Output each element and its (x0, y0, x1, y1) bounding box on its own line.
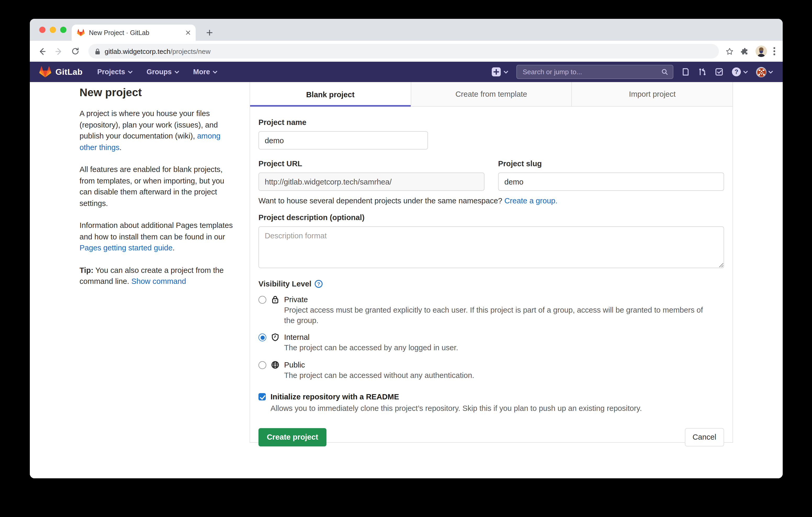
browser-window: New Project · GitLab (30, 19, 783, 478)
readme-label: Initialize repository with a README (270, 393, 399, 401)
internal-option-label: Internal (284, 333, 310, 341)
tab-create-from-template[interactable]: Create from template (410, 82, 571, 107)
gitlab-navbar: GitLab Projects Groups More (30, 62, 783, 82)
user-menu-button[interactable] (756, 67, 773, 77)
visibility-option-internal[interactable]: Internal The project can be accessed by … (258, 332, 724, 353)
browser-tab[interactable]: New Project · GitLab (72, 25, 196, 41)
sidebar-tip: Tip: You can also create a project from … (80, 265, 233, 287)
close-window-button[interactable] (39, 27, 46, 33)
visibility-level-label: Visibility Level ? (258, 280, 724, 288)
nav-item-more[interactable]: More (193, 68, 218, 76)
public-globe-icon (271, 360, 280, 369)
page-content: New project A project is where you house… (30, 82, 783, 478)
sidebar-paragraph: Information about additional Pages templ… (80, 220, 233, 254)
project-name-input[interactable] (258, 131, 428, 150)
nav-item-groups[interactable]: Groups (146, 68, 179, 76)
project-description-label: Project description (optional) (258, 213, 724, 222)
user-avatar (756, 67, 766, 77)
browser-profile-avatar[interactable] (755, 45, 767, 57)
search-box[interactable] (516, 65, 673, 79)
sidebar-paragraph: A project is where you house your files … (80, 108, 233, 153)
readme-row[interactable]: Initialize repository with a README Allo… (258, 392, 724, 414)
plus-square-icon (491, 66, 502, 78)
public-radio[interactable] (258, 361, 266, 369)
close-icon[interactable] (186, 30, 191, 35)
gitlab-logo-icon (39, 66, 51, 78)
project-slug-input[interactable] (498, 173, 724, 191)
visibility-option-private[interactable]: Private Project access must be granted e… (258, 295, 724, 326)
internal-option-desc: The project can be accessed by any logge… (284, 343, 458, 353)
kebab-menu-icon[interactable] (773, 47, 775, 55)
private-option-label: Private (284, 295, 308, 304)
back-icon[interactable] (35, 44, 49, 58)
new-tab-plus-icon[interactable] (202, 26, 216, 39)
cancel-button[interactable]: Cancel (685, 428, 724, 446)
search-input[interactable] (522, 67, 657, 76)
gitlab-nav-links: Projects Groups More (97, 68, 218, 76)
private-option-desc: Project access must be granted explicitl… (284, 305, 708, 326)
browser-toolbar: gitlab.widgetcorp.tech/projects/new (30, 41, 783, 62)
question-circle-icon[interactable]: ? (314, 280, 323, 288)
browser-toolbar-right (725, 45, 778, 57)
namespace-helper: Want to house several dependent projects… (258, 196, 724, 205)
sidebar-help-column: New project A project is where you house… (80, 86, 233, 298)
window-controls (39, 27, 66, 33)
extensions-puzzle-icon[interactable] (740, 47, 749, 56)
reload-icon[interactable] (68, 44, 82, 58)
minimize-window-button[interactable] (50, 27, 56, 33)
forward-icon[interactable] (52, 44, 65, 58)
svg-text:?: ? (317, 281, 320, 287)
todos-check-icon[interactable] (715, 67, 724, 76)
internal-radio[interactable] (258, 334, 266, 341)
nav-item-projects[interactable]: Projects (97, 68, 133, 76)
tab-blank-project[interactable]: Blank project (250, 82, 410, 107)
project-description-textarea[interactable] (258, 226, 724, 268)
project-url-label: Project URL (258, 159, 485, 168)
merge-request-icon[interactable] (698, 67, 707, 76)
zoom-window-button[interactable] (60, 27, 66, 33)
browser-tab-title: New Project · GitLab (89, 29, 181, 36)
create-group-link[interactable]: Create a group. (504, 196, 557, 205)
search-icon (661, 68, 668, 75)
visibility-option-public[interactable]: Public The project can be accessed witho… (258, 360, 724, 381)
star-icon[interactable] (725, 47, 734, 56)
form-footer: Create project Cancel (258, 428, 724, 446)
address-bar[interactable]: gitlab.widgetcorp.tech/projects/new (88, 44, 719, 59)
favicon-gitlab-icon (77, 29, 85, 37)
chevron-down-icon (768, 69, 773, 74)
gitlab-brand[interactable]: GitLab (39, 66, 83, 78)
screen: New Project · GitLab (0, 0, 812, 517)
lock-icon (95, 48, 100, 55)
chevron-down-icon (174, 69, 179, 74)
sidebar-paragraph: All features are enabled for blank proje… (80, 164, 233, 209)
chevron-down-icon (503, 69, 509, 74)
create-project-button[interactable]: Create project (258, 428, 326, 446)
private-lock-icon (271, 295, 280, 304)
public-option-label: Public (284, 360, 305, 369)
project-type-tabs: Blank project Create from template Impor… (250, 82, 732, 107)
new-project-panel: Blank project Create from template Impor… (250, 82, 733, 443)
readme-desc: Allows you to immediately clone this pro… (270, 403, 642, 414)
public-option-desc: The project can be accessed without any … (284, 370, 474, 381)
show-command-link[interactable]: Show command (131, 277, 186, 285)
project-name-label: Project name (258, 118, 724, 126)
svg-text:?: ? (734, 68, 738, 75)
brand-name: GitLab (55, 67, 83, 77)
gitlab-navbar-right: ? (491, 65, 773, 79)
chevron-down-icon (128, 69, 133, 74)
tab-import-project[interactable]: Import project (572, 82, 732, 107)
issues-icon[interactable] (681, 67, 690, 76)
readme-checkbox[interactable] (258, 393, 266, 400)
project-url-input[interactable] (258, 173, 485, 191)
blank-project-form: Project name Project URL Project slug Wa… (250, 107, 732, 446)
pages-guide-link[interactable]: Pages getting started guide (80, 244, 172, 252)
chevron-down-icon (743, 69, 748, 74)
help-menu-button[interactable]: ? (731, 67, 748, 77)
new-menu-button[interactable] (491, 66, 509, 78)
chevron-down-icon (213, 69, 218, 74)
internal-shield-icon (271, 333, 280, 341)
project-slug-label: Project slug (498, 159, 724, 168)
url-text: gitlab.widgetcorp.tech/projects/new (105, 47, 210, 55)
private-radio[interactable] (258, 296, 266, 304)
page-title: New project (80, 86, 233, 99)
